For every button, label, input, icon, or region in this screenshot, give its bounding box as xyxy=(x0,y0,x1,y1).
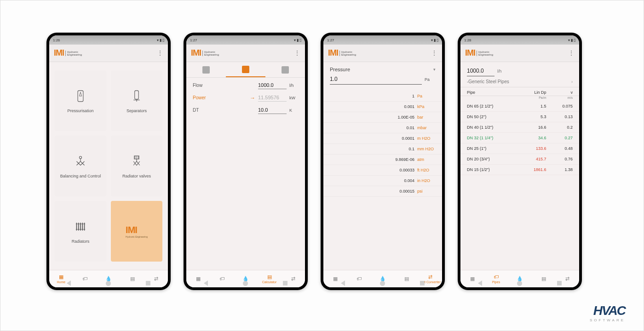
drop-icon: 💧 xyxy=(105,276,112,281)
status-bar: 1:26 ▾ ▮ ▯ xyxy=(49,35,168,45)
conversion-row: 1Pa xyxy=(323,91,442,102)
phone-pipes: 1:28▾ ▮ ▯ IMIHydronicEngineering ⋮ l/h -… xyxy=(458,33,582,290)
nav-ucon[interactable]: ⇄ xyxy=(281,270,305,287)
conversion-list: 1Pa0.001kPa1.00E-05bar0.01mbar0.0001m H2… xyxy=(323,91,442,197)
menu-kebab-icon[interactable]: ⋮ xyxy=(294,51,300,55)
nav-fluid[interactable]: 💧 xyxy=(97,270,121,287)
nav-calc[interactable]: ▤ xyxy=(121,270,144,287)
pipe-table-head: Pipe Lin Dp v xyxy=(460,87,579,96)
pipe-set-select[interactable]: -Generic Steel Pipes › xyxy=(460,76,579,87)
radiator-icon xyxy=(73,219,88,234)
tile-separators[interactable]: Separators xyxy=(111,70,162,131)
conversion-row: 0.00033ft H2O xyxy=(323,165,442,176)
phone-calculator: 1:27 ▾ ▮ ▯ IMI HydronicEngineering ⋮ xyxy=(184,33,308,290)
grid-icon: ▦ xyxy=(59,274,63,280)
tab-kv[interactable] xyxy=(186,62,226,77)
tab-power[interactable] xyxy=(226,62,265,77)
tile-pressurisation[interactable]: Pressurisation xyxy=(55,70,106,131)
tile-radiator-valves[interactable]: Radiator valves xyxy=(111,136,162,196)
pipe-flow-input[interactable] xyxy=(467,66,494,76)
arrow-right-icon: → xyxy=(250,95,255,101)
nav-pipes[interactable]: 🏷 xyxy=(210,270,234,287)
menu-kebab-icon[interactable]: ⋮ xyxy=(157,51,163,55)
bottom-nav: ▦Home 🏷 💧 ▤ ⇄ xyxy=(49,270,168,287)
nav-ucon[interactable]: ⇄Unit Converter xyxy=(418,270,442,287)
svg-rect-1 xyxy=(135,91,139,99)
nav-fluid[interactable]: 💧 xyxy=(508,270,532,287)
status-time: 1:26 xyxy=(53,38,60,42)
pipe-table-units: Pa/m m/s xyxy=(460,96,579,101)
tag-icon: 🏷 xyxy=(494,274,499,280)
phone-home: 1:26 ▾ ▮ ▯ IMI HydronicEngineering ⋮ Pre… xyxy=(46,33,171,290)
nav-fluid[interactable]: 💧 xyxy=(371,270,395,287)
pipe-row[interactable]: DN 40 (1 1/2")16.60.2 xyxy=(460,122,579,133)
swap-icon: ⇄ xyxy=(291,276,295,281)
menu-kebab-icon[interactable]: ⋮ xyxy=(568,51,575,55)
pipe-row[interactable]: DN 20 (3/4")415.70.76 xyxy=(460,154,579,165)
swap-icon: ⇄ xyxy=(565,276,569,281)
nav-ucon[interactable]: ⇄ xyxy=(144,270,168,287)
conversion-row: 0.1mm H2O xyxy=(323,144,442,154)
calc-icon: ▤ xyxy=(541,276,546,281)
swap-icon: ⇄ xyxy=(428,274,432,280)
nav-home[interactable]: ▦ xyxy=(323,270,347,287)
drop-icon: 💧 xyxy=(242,276,249,281)
drop-icon: 💧 xyxy=(517,276,523,281)
category-select[interactable]: Pressure ▾ xyxy=(323,62,442,74)
nav-calc[interactable]: ▤ xyxy=(395,270,419,287)
flow-input[interactable] xyxy=(258,81,287,89)
nav-ucon[interactable]: ⇄ xyxy=(555,270,579,287)
logo-text: IMI xyxy=(54,48,64,58)
status-time: 1:27 xyxy=(190,38,197,42)
nav-calc[interactable]: ▤Calculator xyxy=(258,270,282,287)
conversion-row: 0.01mbar xyxy=(323,123,442,133)
pipe-row[interactable]: DN 50 (2")5.30.13 xyxy=(460,112,579,122)
pipe-row[interactable]: DN 15 (1/2")1861.61.38 xyxy=(460,165,579,175)
pipe-row[interactable]: DN 65 (2 1/2")1.50.075 xyxy=(460,101,579,112)
dt-input[interactable] xyxy=(258,106,287,114)
brand-logo: IMI HydronicEngineering xyxy=(54,48,82,58)
separators-icon xyxy=(129,88,144,104)
uc-input[interactable] xyxy=(330,74,422,85)
nav-home[interactable]: ▦ xyxy=(186,270,210,287)
nav-home[interactable]: ▦ xyxy=(460,270,484,287)
menu-kebab-icon[interactable]: ⋮ xyxy=(431,51,437,55)
calc-icon: ▤ xyxy=(267,274,272,280)
tile-imi-logo: IMI xyxy=(126,225,148,235)
nav-pipes[interactable]: 🏷Pipes xyxy=(484,270,508,287)
calc-tabs xyxy=(186,62,305,78)
grid-icon: ▦ xyxy=(333,276,338,281)
tile-balancing[interactable]: Balancing and Control xyxy=(55,136,106,196)
nav-calc[interactable]: ▤ xyxy=(532,270,556,287)
phone-unit-converter: 1:27▾ ▮ ▯ IMIHydronicEngineering ⋮ Press… xyxy=(321,33,445,290)
grid-icon: ▦ xyxy=(196,276,201,281)
status-bar: 1:27 ▾ ▮ ▯ xyxy=(186,35,305,45)
conversion-row: 0.00015psi xyxy=(323,186,442,197)
nav-pipes[interactable]: 🏷 xyxy=(347,270,371,287)
tab-icon xyxy=(282,66,289,74)
conversion-row: 0.0001m H2O xyxy=(323,133,442,144)
radiator-valve-icon xyxy=(129,154,144,169)
nav-home[interactable]: ▦Home xyxy=(49,270,73,287)
svg-point-4 xyxy=(79,156,81,159)
nav-pipes[interactable]: 🏷 xyxy=(73,270,97,287)
power-output xyxy=(258,94,287,102)
tab-other[interactable] xyxy=(265,62,305,77)
caret-down-icon: ▾ xyxy=(433,67,436,72)
chevron-right-icon: › xyxy=(571,80,573,84)
balancing-icon xyxy=(73,154,88,169)
pipe-row[interactable]: DN 32 (1 1/4")34.60.27 xyxy=(460,133,579,143)
tag-icon: 🏷 xyxy=(219,276,224,281)
brand-logo: IMI HydronicEngineering xyxy=(191,48,219,58)
pipe-table-body: DN 65 (2 1/2")1.50.075DN 50 (2")5.30.13D… xyxy=(460,101,579,175)
app-header: IMI HydronicEngineering ⋮ xyxy=(49,45,168,62)
tile-imi[interactable]: IMI Hydronic Engineering xyxy=(111,201,162,262)
pressurisation-icon xyxy=(73,88,88,104)
row-flow: Flow l/h xyxy=(193,81,299,89)
nav-fluid[interactable]: 💧 xyxy=(234,270,258,287)
conversion-row: 1.00E-05bar xyxy=(323,112,442,123)
row-dt: DT K xyxy=(193,106,299,114)
pipe-row[interactable]: DN 25 (1")133.60.48 xyxy=(460,143,579,154)
tile-radiators[interactable]: Radiators xyxy=(55,201,106,262)
tab-icon xyxy=(242,66,249,73)
